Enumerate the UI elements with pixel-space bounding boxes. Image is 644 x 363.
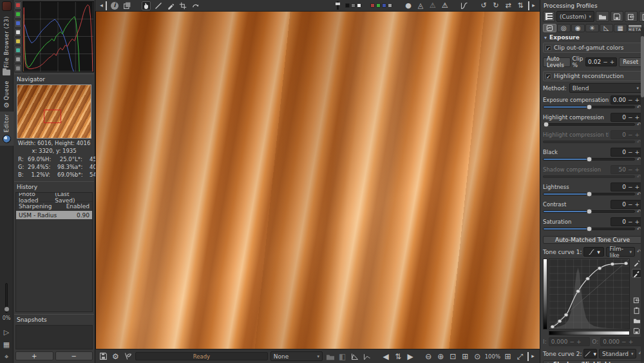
add-snapshot-button[interactable]: + <box>15 351 53 360</box>
clip-out-of-gamut-checkbox-row[interactable]: ✓ Clip out-of-gamut colors <box>543 43 642 53</box>
auto-levels-button[interactable]: Auto Levels <box>543 57 571 67</box>
tab-exposure[interactable] <box>543 24 556 32</box>
hist-btn-red[interactable] <box>14 1 22 10</box>
shadow-clipping-icon[interactable]: ⚠ <box>428 1 437 10</box>
navigator-lock-icon[interactable]: ⌖ <box>5 353 8 360</box>
reset-exposure-button[interactable]: Reset <box>619 57 642 67</box>
auto-matched-tone-curve-button[interactable]: Auto-Matched Tone Curve <box>543 236 642 244</box>
slider-track[interactable] <box>543 228 635 230</box>
slider-track[interactable] <box>543 193 635 195</box>
edit-external-editor-icon[interactable] <box>123 352 133 360</box>
main-menu-icon[interactable] <box>2 1 12 11</box>
increment-icon[interactable]: + <box>634 184 639 190</box>
image-info-icon[interactable]: i <box>110 1 119 10</box>
increment-icon[interactable]: + <box>634 219 639 225</box>
tab-color[interactable]: ◉ <box>571 24 585 32</box>
curve-copy-icon[interactable] <box>632 295 641 304</box>
softproof-profile-icon[interactable] <box>325 353 335 360</box>
tone-curve1-type-button[interactable]: ▾ <box>583 247 604 257</box>
focus-mask-icon[interactable]: ● <box>404 1 413 10</box>
hist-btn-luminance[interactable] <box>14 28 22 37</box>
navigator-viewport-rect[interactable] <box>44 110 61 123</box>
previous-image-icon[interactable]: ◀ <box>381 353 391 360</box>
slider-track[interactable] <box>543 158 635 161</box>
hist-btn-green[interactable] <box>14 10 22 19</box>
increment-icon[interactable]: + <box>634 114 639 121</box>
preview-brightness-icon[interactable] <box>333 1 342 10</box>
filmstrip-zoom-slider[interactable] <box>5 283 8 313</box>
soft-proofing-icon[interactable]: ◬ <box>416 1 425 10</box>
flip-horizontal-icon[interactable]: ⇄ <box>504 1 513 10</box>
hist-btn-bar-mode[interactable] <box>14 46 22 54</box>
collapse-left-panel-icon[interactable]: ◂ <box>98 1 107 10</box>
toolbar-sq-chan-blue[interactable] <box>382 3 386 8</box>
navigate-updown-icon[interactable]: ⇅ <box>393 353 403 360</box>
tone-curve-canvas[interactable] <box>549 259 630 329</box>
hist-btn-raw[interactable] <box>14 64 22 72</box>
flip-vertical-icon[interactable]: ⇅ <box>516 1 525 10</box>
expander-shadows-highlights[interactable]: ○ Shadows/Highlights <box>543 360 642 363</box>
history-row-photo-loaded[interactable]: Photo loaded (Last Saved) <box>16 193 92 202</box>
filmstrip-toggle-icon[interactable]: ▦ <box>3 341 10 348</box>
clip-value-box[interactable]: 0.02 − + <box>585 57 617 66</box>
tool-panel-scrollbar[interactable] <box>641 27 644 362</box>
slider-track[interactable] <box>543 123 635 126</box>
histogram-overlay-icon[interactable] <box>362 353 372 360</box>
decrement-icon[interactable]: − <box>628 149 633 155</box>
before-after-toggle-icon[interactable] <box>460 1 469 10</box>
fullscreen-icon[interactable]: ⤢ <box>515 353 525 360</box>
decrement-icon[interactable]: − <box>603 59 608 65</box>
softproof-toggle-icon[interactable]: ◧ <box>337 353 347 360</box>
straighten-tool-icon[interactable] <box>154 1 163 10</box>
new-detail-window-icon[interactable]: ⊞ <box>503 353 513 360</box>
decrement-icon[interactable]: − <box>628 219 633 225</box>
toolbar-sq-chan-red[interactable] <box>370 3 375 8</box>
save-image-icon[interactable] <box>99 352 108 360</box>
add-to-queue-icon[interactable]: ⚙ <box>111 353 120 360</box>
navigator-thumbnail[interactable] <box>17 84 91 139</box>
highlight-clipping-icon[interactable]: ⚠ <box>440 1 450 10</box>
increment-icon[interactable]: + <box>610 59 615 65</box>
spot-removal-tool-icon[interactable] <box>166 1 175 10</box>
crop-tool-icon[interactable] <box>178 1 187 10</box>
gamut-check-icon[interactable] <box>350 353 359 360</box>
save-profile-button[interactable] <box>611 11 623 22</box>
curve-save-icon[interactable] <box>632 326 641 335</box>
rotate-left-90-icon[interactable]: ↺ <box>479 1 488 10</box>
hand-tool-icon[interactable] <box>142 1 151 10</box>
paste-profile-button[interactable] <box>639 11 644 22</box>
before-after-view-icon[interactable]: ▷ <box>4 329 9 336</box>
slider-track[interactable] <box>543 210 635 213</box>
hist-btn-background[interactable] <box>14 55 22 63</box>
increment-icon[interactable]: + <box>634 201 639 208</box>
decrement-icon[interactable]: − <box>628 184 633 190</box>
curve-edit-point-icon[interactable] <box>632 259 641 268</box>
slider-track[interactable] <box>543 106 635 108</box>
rotate-tool-icon[interactable] <box>191 1 200 10</box>
tab-metadata[interactable]: META <box>628 24 642 32</box>
curve-paste-icon[interactable] <box>632 306 641 315</box>
toolbar-sq-bg-gray[interactable] <box>351 3 355 8</box>
zoom-in-icon[interactable]: ⊕ <box>436 353 446 360</box>
tone-curve2-type-button[interactable]: ▾ <box>583 349 597 358</box>
profile-fill-mode-button[interactable] <box>543 11 555 22</box>
toolbar-sq-chan-green[interactable] <box>376 3 381 8</box>
hist-btn-chromaticity[interactable] <box>14 37 22 46</box>
monitor-profile-select[interactable]: None ▾ <box>270 351 323 361</box>
zoom-fit-crop-icon[interactable]: ⊞ <box>460 353 470 360</box>
collapse-right-panel-icon[interactable]: ▸ <box>528 1 537 10</box>
toolbar-sq-chan-gray[interactable] <box>388 3 392 8</box>
tab-queue[interactable]: Queue ⚙ <box>0 78 14 112</box>
tab-detail[interactable]: ◎ <box>557 24 571 32</box>
decrement-icon[interactable]: − <box>628 114 633 121</box>
load-profile-button[interactable] <box>596 11 609 22</box>
dock-panels-icon[interactable]: ▸ <box>527 352 536 361</box>
tab-raw[interactable]: ▦ <box>614 24 627 32</box>
increment-icon[interactable]: + <box>634 149 639 155</box>
tone-curve1-mode-select[interactable]: Film-like ▾ <box>606 247 635 257</box>
highlight-reconstruction-checkbox-row[interactable]: ✓ Highlight reconstruction <box>543 71 642 81</box>
tone-curve2-mode-select[interactable]: Standard ▾ <box>599 349 636 358</box>
tab-file-browser[interactable]: File Browser (23) <box>0 14 14 78</box>
decrement-icon[interactable]: − <box>628 97 633 103</box>
tab-editor[interactable]: Editor <box>0 112 14 145</box>
